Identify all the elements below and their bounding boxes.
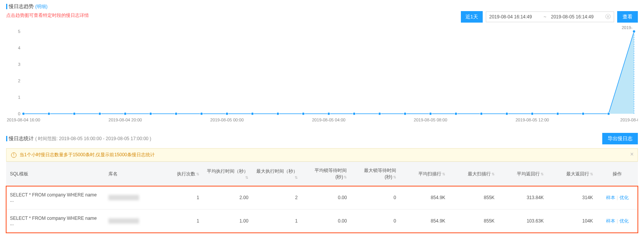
- svg-point-7: [48, 113, 50, 115]
- slowlog-table: SQL模板 库名 执行次数⇅ 平均执行时间（秒）⇅ 最大执行时间（秒）⇅ 平均锁…: [6, 162, 638, 233]
- date-from-input[interactable]: [489, 14, 539, 20]
- export-slowlog-button[interactable]: 导出慢日志: [602, 133, 638, 144]
- title-bar: [6, 4, 7, 9]
- trend-title-text: 慢日志趋势: [9, 3, 34, 10]
- cell-max-lock: 0: [351, 186, 400, 209]
- cell-sql: SELECT * FROM company WHERE name ...: [6, 209, 105, 233]
- cell-avg-ret: 313.84K: [498, 186, 547, 209]
- svg-point-13: [200, 113, 203, 115]
- col-exec-count[interactable]: 执行次数⇅: [158, 162, 203, 186]
- sort-icon: ⇅: [295, 175, 298, 180]
- svg-text:5: 5: [18, 29, 20, 34]
- col-max-scan[interactable]: 最大扫描行⇅: [449, 162, 498, 186]
- col-db[interactable]: 库名: [105, 162, 158, 186]
- svg-text:1: 1: [18, 95, 20, 100]
- cell-avg-scan: 854.9K: [400, 209, 449, 233]
- cell-exec-count: 1: [158, 209, 203, 233]
- sample-link[interactable]: 样本: [606, 218, 615, 224]
- col-avg-scan[interactable]: 平均扫描行⇅: [400, 162, 449, 186]
- sort-icon: ⇅: [590, 172, 593, 176]
- sample-link[interactable]: 样本: [606, 195, 615, 200]
- title-bar: [6, 136, 7, 141]
- cell-max-exec: 2: [252, 186, 301, 209]
- stats-title-text: 慢日志统计: [9, 135, 34, 142]
- sort-icon: ⇅: [344, 175, 347, 179]
- svg-point-21: [404, 113, 406, 115]
- table-row: SELECT * FROM company WHERE name ...12.0…: [6, 186, 638, 209]
- trend-chart[interactable]: 0123452019-2019-08-04 16:002019-08-04 20…: [6, 26, 638, 125]
- svg-text:2019-08-05 04:00: 2019-08-05 04:00: [312, 118, 345, 122]
- sort-icon: ⇅: [541, 172, 544, 176]
- sort-icon: ⇅: [196, 172, 199, 176]
- svg-text:2019-08-05 12:00: 2019-08-05 12:00: [516, 118, 549, 122]
- svg-text:2019-08-04 20:00: 2019-08-04 20:00: [108, 118, 142, 122]
- alert-text: 当1个小时慢日志数量多于15000条时,仅显示前15000条慢日志统计: [20, 152, 155, 158]
- alert-banner: ! 当1个小时慢日志数量多于15000条时,仅显示前15000条慢日志统计 ×: [6, 148, 638, 162]
- cell-max-lock: 0: [351, 209, 400, 233]
- svg-point-8: [73, 113, 76, 115]
- close-icon[interactable]: ×: [630, 151, 634, 158]
- col-avg-ret[interactable]: 平均返回行⇅: [498, 162, 547, 186]
- svg-point-15: [251, 113, 254, 115]
- col-max-ret[interactable]: 最大返回行⇅: [547, 162, 596, 186]
- svg-point-16: [277, 113, 279, 115]
- cell-actions: 样本|优化: [597, 186, 638, 209]
- svg-text:4: 4: [18, 46, 20, 50]
- svg-point-14: [226, 113, 228, 115]
- cell-max-scan: 855K: [449, 209, 498, 233]
- cell-db: [105, 209, 158, 233]
- col-avg-lock[interactable]: 平均锁等待时间 (秒)⇅: [302, 162, 351, 186]
- svg-text:2019-08-05 00:00: 2019-08-05 00:00: [210, 118, 244, 122]
- svg-text:2019-08-05 16: 2019-08-05 16: [620, 118, 638, 122]
- date-range-picker[interactable]: ~ ⓧ: [486, 11, 614, 22]
- svg-point-17: [302, 113, 305, 115]
- svg-point-19: [353, 113, 356, 115]
- sort-icon: ⇅: [442, 172, 445, 176]
- trend-title: 慢日志趋势 (明细): [6, 3, 638, 10]
- col-sql[interactable]: SQL模板: [6, 162, 105, 186]
- cell-db: [105, 186, 158, 209]
- svg-point-9: [98, 113, 101, 115]
- cell-avg-lock: 0.00: [302, 186, 351, 209]
- stats-range-text: ( 时间范围: 2019-08-05 16:00:00 - 2019-08-05…: [35, 136, 151, 142]
- optimize-link[interactable]: 优化: [619, 195, 629, 200]
- svg-point-18: [328, 113, 330, 115]
- svg-point-12: [175, 113, 177, 115]
- cell-avg-ret: 103.63K: [498, 209, 547, 233]
- cell-avg-scan: 854.9K: [400, 186, 449, 209]
- cell-max-ret: 314K: [547, 186, 596, 209]
- svg-point-20: [378, 113, 381, 115]
- svg-point-25: [505, 113, 508, 115]
- clear-icon[interactable]: ⓧ: [605, 13, 611, 20]
- svg-text:2019-: 2019-: [622, 26, 633, 30]
- svg-point-27: [556, 113, 559, 115]
- sort-icon: ⇅: [492, 172, 495, 176]
- cell-max-exec: 1: [252, 209, 301, 233]
- stats-header: 慢日志统计 ( 时间范围: 2019-08-05 16:00:00 - 2019…: [6, 133, 638, 144]
- col-max-lock[interactable]: 最大锁等待时间 (秒)⇅: [351, 162, 400, 186]
- col-actions: 操作: [597, 162, 638, 186]
- svg-text:2019-08-05 08:00: 2019-08-05 08:00: [414, 118, 447, 122]
- svg-text:3: 3: [18, 62, 20, 67]
- svg-text:0: 0: [18, 111, 20, 116]
- svg-point-10: [124, 113, 126, 115]
- cell-exec-count: 1: [158, 186, 203, 209]
- cell-avg-exec: 2.00: [203, 186, 252, 209]
- toolbar: 近1天 ~ ⓧ 查看: [6, 11, 638, 23]
- query-button[interactable]: 查看: [617, 11, 638, 23]
- col-max-exec[interactable]: 最大执行时间（秒）⇅: [252, 162, 301, 186]
- svg-point-11: [149, 113, 152, 115]
- col-avg-exec[interactable]: 平均执行时间（秒）⇅: [203, 162, 252, 186]
- detail-link[interactable]: (明细): [35, 3, 48, 10]
- date-to-input[interactable]: [551, 14, 601, 20]
- svg-point-24: [480, 113, 483, 115]
- svg-point-29: [607, 113, 610, 115]
- cell-actions: 样本|优化: [597, 209, 638, 233]
- cell-sql: SELECT * FROM company WHERE name ...: [6, 186, 105, 209]
- cell-max-scan: 855K: [449, 186, 498, 209]
- svg-point-28: [582, 113, 585, 115]
- optimize-link[interactable]: 优化: [619, 218, 629, 224]
- date-sep: ~: [544, 14, 546, 20]
- svg-point-26: [531, 113, 534, 115]
- range-1day-button[interactable]: 近1天: [461, 11, 483, 23]
